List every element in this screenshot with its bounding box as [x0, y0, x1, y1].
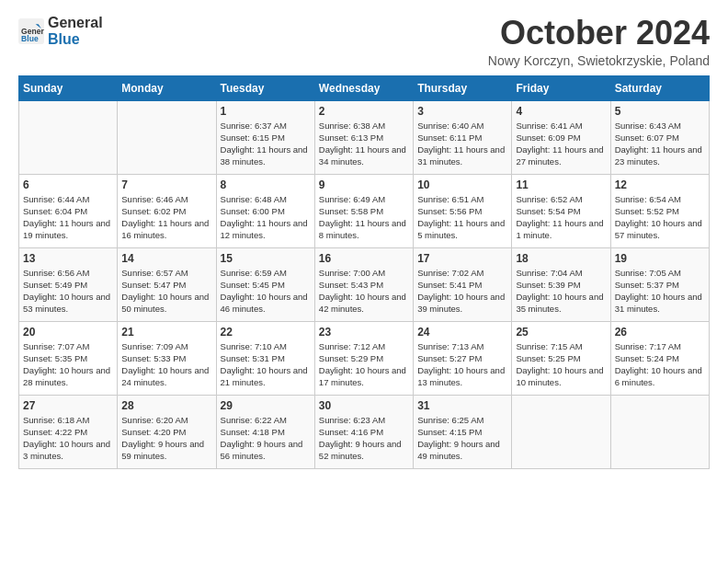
calendar-cell: 3Sunrise: 6:40 AM Sunset: 6:11 PM Daylig… — [414, 100, 512, 174]
calendar-cell: 9Sunrise: 6:49 AM Sunset: 5:58 PM Daylig… — [314, 174, 413, 247]
day-number: 19 — [615, 252, 705, 265]
day-number: 13 — [23, 252, 113, 265]
day-number: 18 — [516, 252, 606, 265]
day-number: 22 — [221, 326, 311, 339]
calendar-cell: 5Sunrise: 6:43 AM Sunset: 6:07 PM Daylig… — [610, 100, 709, 174]
day-info: Sunrise: 6:41 AM Sunset: 6:09 PM Dayligh… — [516, 120, 606, 168]
day-number: 5 — [615, 105, 705, 118]
calendar-cell: 4Sunrise: 6:41 AM Sunset: 6:09 PM Daylig… — [512, 100, 610, 174]
day-info: Sunrise: 7:12 AM Sunset: 5:29 PM Dayligh… — [319, 340, 409, 389]
day-number: 17 — [417, 252, 507, 265]
calendar-cell: 25Sunrise: 7:15 AM Sunset: 5:25 PM Dayli… — [512, 321, 610, 395]
day-number: 7 — [121, 178, 211, 191]
day-number: 21 — [121, 326, 211, 339]
day-info: Sunrise: 6:57 AM Sunset: 5:47 PM Dayligh… — [121, 267, 211, 316]
calendar-week-4: 20Sunrise: 7:07 AM Sunset: 5:35 PM Dayli… — [19, 321, 710, 395]
calendar-cell: 7Sunrise: 6:46 AM Sunset: 6:02 PM Daylig… — [118, 174, 216, 247]
calendar-table: SundayMondayTuesdayWednesdayThursdayFrid… — [18, 75, 710, 469]
day-info: Sunrise: 6:37 AM Sunset: 6:15 PM Dayligh… — [221, 120, 311, 168]
day-info: Sunrise: 7:17 AM Sunset: 5:24 PM Dayligh… — [615, 340, 705, 389]
logo-icon: General Blue — [18, 18, 44, 44]
day-number: 30 — [319, 399, 409, 412]
calendar-cell: 27Sunrise: 6:18 AM Sunset: 4:22 PM Dayli… — [19, 395, 118, 468]
calendar-cell: 26Sunrise: 7:17 AM Sunset: 5:24 PM Dayli… — [610, 321, 709, 395]
col-header-saturday: Saturday — [610, 75, 709, 100]
col-header-sunday: Sunday — [19, 75, 118, 100]
day-info: Sunrise: 6:23 AM Sunset: 4:16 PM Dayligh… — [319, 414, 409, 463]
day-info: Sunrise: 6:25 AM Sunset: 4:15 PM Dayligh… — [417, 414, 507, 463]
day-number: 27 — [23, 399, 113, 412]
day-info: Sunrise: 7:00 AM Sunset: 5:43 PM Dayligh… — [319, 267, 409, 316]
calendar-cell: 15Sunrise: 6:59 AM Sunset: 5:45 PM Dayli… — [216, 247, 314, 321]
day-info: Sunrise: 6:40 AM Sunset: 6:11 PM Dayligh… — [417, 120, 507, 168]
day-number: 4 — [516, 105, 606, 118]
col-header-wednesday: Wednesday — [314, 75, 413, 100]
day-number: 8 — [221, 178, 311, 191]
day-info: Sunrise: 6:38 AM Sunset: 6:13 PM Dayligh… — [319, 120, 409, 168]
calendar-cell: 13Sunrise: 6:56 AM Sunset: 5:49 PM Dayli… — [19, 247, 118, 321]
day-number: 1 — [221, 105, 311, 118]
day-info: Sunrise: 7:04 AM Sunset: 5:39 PM Dayligh… — [516, 267, 606, 316]
day-number: 20 — [23, 326, 113, 339]
calendar-cell: 19Sunrise: 7:05 AM Sunset: 5:37 PM Dayli… — [610, 247, 709, 321]
col-header-thursday: Thursday — [414, 75, 512, 100]
day-info: Sunrise: 6:43 AM Sunset: 6:07 PM Dayligh… — [615, 120, 705, 168]
day-info: Sunrise: 6:18 AM Sunset: 4:22 PM Dayligh… — [23, 414, 113, 463]
calendar-cell: 21Sunrise: 7:09 AM Sunset: 5:33 PM Dayli… — [118, 321, 216, 395]
day-info: Sunrise: 7:09 AM Sunset: 5:33 PM Dayligh… — [121, 340, 211, 389]
day-info: Sunrise: 7:02 AM Sunset: 5:41 PM Dayligh… — [417, 267, 507, 316]
day-number: 31 — [417, 399, 507, 412]
logo-blue-text: Blue — [48, 31, 103, 48]
day-number: 12 — [615, 178, 705, 191]
calendar-week-1: 1Sunrise: 6:37 AM Sunset: 6:15 PM Daylig… — [19, 100, 710, 174]
logo-general-text: General — [48, 15, 103, 31]
location-subtitle: Nowy Korczyn, Swietokrzyskie, Poland — [488, 53, 710, 68]
day-number: 16 — [319, 252, 409, 265]
calendar-cell: 31Sunrise: 6:25 AM Sunset: 4:15 PM Dayli… — [414, 395, 512, 468]
day-info: Sunrise: 6:46 AM Sunset: 6:02 PM Dayligh… — [121, 193, 211, 242]
day-number: 14 — [121, 252, 211, 265]
day-number: 28 — [121, 399, 211, 412]
day-number: 26 — [615, 326, 705, 339]
day-info: Sunrise: 7:15 AM Sunset: 5:25 PM Dayligh… — [516, 340, 606, 389]
calendar-cell: 29Sunrise: 6:22 AM Sunset: 4:18 PM Dayli… — [216, 395, 314, 468]
day-number: 24 — [417, 326, 507, 339]
day-number: 25 — [516, 326, 606, 339]
calendar-cell: 23Sunrise: 7:12 AM Sunset: 5:29 PM Dayli… — [314, 321, 413, 395]
calendar-cell: 1Sunrise: 6:37 AM Sunset: 6:15 PM Daylig… — [216, 100, 314, 174]
calendar-week-2: 6Sunrise: 6:44 AM Sunset: 6:04 PM Daylig… — [19, 174, 710, 247]
calendar-cell: 10Sunrise: 6:51 AM Sunset: 5:56 PM Dayli… — [414, 174, 512, 247]
calendar-cell: 6Sunrise: 6:44 AM Sunset: 6:04 PM Daylig… — [19, 174, 118, 247]
day-info: Sunrise: 7:05 AM Sunset: 5:37 PM Dayligh… — [615, 267, 705, 316]
calendar-body: 1Sunrise: 6:37 AM Sunset: 6:15 PM Daylig… — [19, 100, 710, 468]
calendar-cell — [19, 100, 118, 174]
day-number: 11 — [516, 178, 606, 191]
calendar-header-row: SundayMondayTuesdayWednesdayThursdayFrid… — [19, 75, 710, 100]
calendar-cell — [610, 395, 709, 468]
calendar-cell: 2Sunrise: 6:38 AM Sunset: 6:13 PM Daylig… — [314, 100, 413, 174]
day-info: Sunrise: 6:52 AM Sunset: 5:54 PM Dayligh… — [516, 193, 606, 242]
page-header: General Blue General Blue October 2024 N… — [18, 15, 710, 68]
title-block: October 2024 Nowy Korczyn, Swietokrzyski… — [488, 15, 710, 68]
calendar-cell: 20Sunrise: 7:07 AM Sunset: 5:35 PM Dayli… — [19, 321, 118, 395]
day-info: Sunrise: 6:59 AM Sunset: 5:45 PM Dayligh… — [221, 267, 311, 316]
day-number: 6 — [23, 178, 113, 191]
calendar-cell: 14Sunrise: 6:57 AM Sunset: 5:47 PM Dayli… — [118, 247, 216, 321]
month-title: October 2024 — [488, 15, 710, 52]
day-info: Sunrise: 6:49 AM Sunset: 5:58 PM Dayligh… — [319, 193, 409, 242]
calendar-cell: 8Sunrise: 6:48 AM Sunset: 6:00 PM Daylig… — [216, 174, 314, 247]
logo: General Blue General Blue — [18, 15, 103, 47]
day-info: Sunrise: 6:44 AM Sunset: 6:04 PM Dayligh… — [23, 193, 113, 242]
day-number: 15 — [221, 252, 311, 265]
svg-text:Blue: Blue — [21, 33, 39, 42]
calendar-cell — [512, 395, 610, 468]
day-number: 9 — [319, 178, 409, 191]
day-info: Sunrise: 7:13 AM Sunset: 5:27 PM Dayligh… — [417, 340, 507, 389]
day-number: 10 — [417, 178, 507, 191]
day-info: Sunrise: 6:54 AM Sunset: 5:52 PM Dayligh… — [615, 193, 705, 242]
calendar-cell: 22Sunrise: 7:10 AM Sunset: 5:31 PM Dayli… — [216, 321, 314, 395]
day-number: 2 — [319, 105, 409, 118]
calendar-week-5: 27Sunrise: 6:18 AM Sunset: 4:22 PM Dayli… — [19, 395, 710, 468]
day-info: Sunrise: 6:48 AM Sunset: 6:00 PM Dayligh… — [221, 193, 311, 242]
col-header-friday: Friday — [512, 75, 610, 100]
